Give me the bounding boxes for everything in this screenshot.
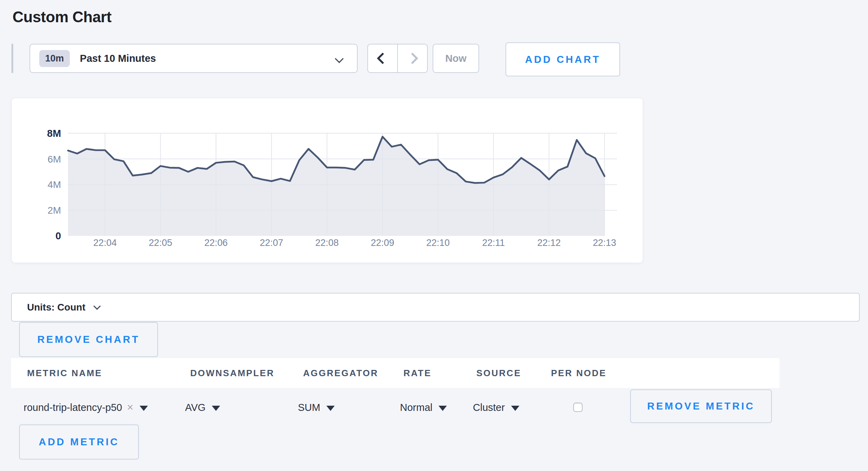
svg-text:22:07: 22:07 [260, 238, 283, 248]
svg-text:22:05: 22:05 [149, 238, 172, 248]
downsampler-select[interactable]: AVG [185, 397, 220, 418]
svg-text:6M: 6M [48, 154, 61, 165]
caret-down-icon [140, 406, 148, 411]
col-header-source: SOURCE [476, 358, 521, 388]
col-header-metric-name: METRIC NAME [27, 358, 102, 388]
add-metric-button[interactable]: ADD METRIC [19, 424, 139, 460]
col-header-rate: RATE [403, 358, 432, 388]
svg-text:22:10: 22:10 [426, 238, 450, 248]
metrics-table-header: METRIC NAME DOWNSAMPLER AGGREGATOR RATE … [11, 358, 779, 388]
caret-down-icon [439, 406, 447, 411]
source-select[interactable]: Cluster [473, 397, 519, 418]
col-header-downsampler: DOWNSAMPLER [190, 358, 274, 388]
units-select[interactable]: Units: Count [11, 293, 860, 322]
chevron-down-icon [335, 54, 343, 63]
svg-text:22:11: 22:11 [482, 238, 505, 248]
remove-metric-button[interactable]: REMOVE METRIC [630, 389, 772, 423]
clear-metric-icon[interactable]: × [127, 401, 133, 414]
time-back-button[interactable] [368, 44, 398, 72]
rate-value: Normal [400, 402, 432, 413]
now-button[interactable]: Now [433, 44, 479, 73]
chart-card: 22:0422:0522:0622:0722:0822:0922:1022:11… [11, 98, 643, 263]
svg-text:0: 0 [56, 230, 61, 241]
page-title: Custom Chart [12, 8, 111, 26]
aggregator-select[interactable]: SUM [298, 397, 335, 418]
downsampler-value: AVG [185, 402, 206, 413]
chevron-down-icon [93, 303, 101, 310]
time-forward-button[interactable] [398, 44, 427, 72]
col-header-per-node: PER NODE [551, 358, 607, 388]
metric-name-value: round-trip-latency-p50 [24, 402, 122, 413]
per-node-checkbox[interactable] [573, 403, 583, 412]
rate-select[interactable]: Normal [400, 397, 447, 418]
metric-name-select[interactable]: round-trip-latency-p50 × [24, 397, 148, 418]
time-range-label: Past 10 Minutes [80, 53, 156, 64]
svg-text:22:06: 22:06 [204, 238, 227, 248]
chevron-left-icon [377, 52, 389, 64]
caret-down-icon [212, 406, 220, 411]
caret-down-icon [511, 406, 519, 411]
chevron-right-icon [407, 52, 418, 64]
svg-text:22:04: 22:04 [93, 238, 117, 248]
remove-chart-button[interactable]: REMOVE CHART [19, 322, 158, 357]
time-range-select[interactable]: 10m Past 10 Minutes [30, 44, 358, 73]
svg-text:22:09: 22:09 [371, 238, 394, 248]
svg-text:22:12: 22:12 [537, 238, 561, 248]
units-label: Units: Count [27, 302, 85, 313]
svg-text:4M: 4M [48, 179, 61, 190]
svg-text:22:08: 22:08 [315, 238, 339, 248]
aggregator-value: SUM [298, 402, 320, 413]
caret-down-icon [326, 406, 335, 411]
source-value: Cluster [473, 402, 505, 413]
svg-text:8M: 8M [47, 128, 61, 139]
timeseries-chart[interactable]: 22:0422:0522:0622:0722:0822:0922:1022:11… [12, 98, 643, 263]
time-nav-group [367, 44, 428, 73]
svg-text:22:13: 22:13 [593, 238, 616, 248]
col-header-aggregator: AGGREGATOR [303, 358, 378, 388]
add-chart-button[interactable]: ADD CHART [506, 42, 620, 76]
svg-text:2M: 2M [48, 205, 61, 216]
time-range-badge: 10m [39, 50, 70, 67]
toolbar-accent-bar [11, 44, 13, 73]
